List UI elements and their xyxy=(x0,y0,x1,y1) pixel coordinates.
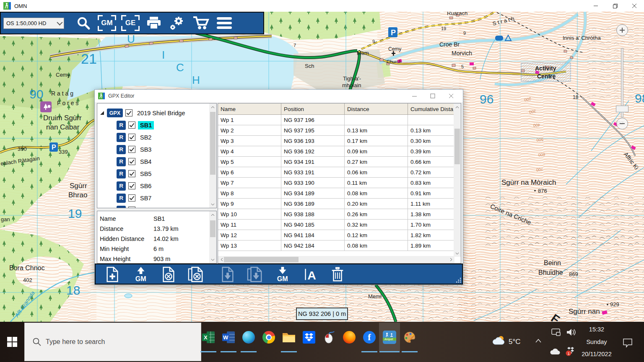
table-row[interactable]: Wp 8NG 934 1890.08 km0.91 km xyxy=(218,188,455,199)
tree-scrollbar[interactable] xyxy=(209,103,216,208)
action-center-icon[interactable] xyxy=(622,338,633,348)
zoom-out-button[interactable] xyxy=(616,118,628,129)
taskbar-app-paint[interactable] xyxy=(400,326,420,349)
checkbox-checked[interactable] xyxy=(125,109,132,116)
dropbox-tray-icon[interactable]: 1 xyxy=(565,346,576,357)
table-row[interactable]: Wp 11NG 940 1850.32 km1.70 km xyxy=(218,220,455,230)
taskbar-app-edge[interactable] xyxy=(239,326,259,349)
taskbar-app-word[interactable]: W xyxy=(218,326,239,349)
tray-clock-time[interactable]: 15:32 xyxy=(579,326,615,333)
ge-export-button[interactable]: GE xyxy=(119,13,142,33)
tree-item-sb6[interactable]: RSB6 xyxy=(100,180,206,192)
dialog-close-button[interactable] xyxy=(442,90,460,102)
print-button[interactable] xyxy=(142,13,166,33)
svg-text:P: P xyxy=(391,28,396,37)
start-button[interactable] xyxy=(0,322,24,362)
save-all-files-button[interactable] xyxy=(247,266,263,282)
taskbar-app-mouse-app[interactable] xyxy=(319,326,339,349)
zoom-in-button[interactable] xyxy=(616,24,628,36)
tree-item-sb7[interactable]: RSB7 xyxy=(100,192,206,204)
dialog-maximize-button[interactable] xyxy=(423,90,442,102)
details-scrollbar[interactable] xyxy=(209,211,216,263)
gpx-dialog-icon xyxy=(98,93,105,99)
column-header[interactable]: Cumulative Dista xyxy=(408,103,455,114)
delete-button[interactable] xyxy=(329,266,346,282)
checkbox-checked[interactable] xyxy=(128,122,135,129)
menu-button[interactable] xyxy=(213,13,236,33)
tree-item-sb2[interactable]: RSB2 xyxy=(100,131,206,143)
close-all-files-button[interactable] xyxy=(187,266,204,282)
upload-gm-button[interactable]: GM xyxy=(132,266,149,282)
dialog-minimize-button[interactable] xyxy=(405,90,423,102)
taskbar-app-chrome[interactable] xyxy=(259,326,279,349)
gpx-dialog-titlebar[interactable]: GPX Editor xyxy=(95,90,463,102)
tray-chevron-up-icon[interactable] xyxy=(535,339,542,343)
gpx-editor-dialog[interactable]: GPX Editor GPX2019 Shiel BridgeRSB1RSB2R… xyxy=(94,89,463,285)
table-row[interactable]: Wp 5NG 934 1910.27 km0.66 km xyxy=(218,157,455,167)
download-gm-button[interactable]: GM xyxy=(274,266,291,282)
close-button[interactable] xyxy=(625,0,644,12)
taskbar-app-firefox[interactable] xyxy=(339,326,359,349)
table-hscrollbar[interactable] xyxy=(218,256,454,263)
resize-grip[interactable] xyxy=(456,278,461,283)
taskbar-app-file-explorer[interactable] xyxy=(279,326,299,349)
taskbar-app-excel[interactable]: X xyxy=(198,326,218,349)
new-file-button[interactable] xyxy=(104,266,121,282)
table-row[interactable]: Wp 1NG 937 196 xyxy=(218,115,455,125)
weather-temp[interactable]: 5°C xyxy=(509,338,521,346)
onedrive-icon[interactable] xyxy=(549,348,560,355)
table-row[interactable]: Wp 2NG 937 1950.13 km0.13 km xyxy=(218,125,455,136)
map-scale-select[interactable]: OS 1:50,000 HD xyxy=(3,18,64,29)
tree-item-sb4[interactable]: RSB4 xyxy=(100,155,206,168)
column-header[interactable]: Name xyxy=(218,103,281,114)
shop-button[interactable] xyxy=(189,13,213,33)
svg-text:GM: GM xyxy=(277,275,288,282)
speaker-icon[interactable] xyxy=(566,328,576,337)
checkbox-checked[interactable] xyxy=(128,182,135,189)
svg-text:X: X xyxy=(204,334,208,341)
tree-expander-icon[interactable] xyxy=(100,111,104,115)
tree-item-sb8[interactable]: RSB8 xyxy=(100,204,206,208)
weather-icon[interactable] xyxy=(492,335,506,346)
restore-button[interactable] xyxy=(605,0,625,12)
svg-text:W: W xyxy=(223,334,229,341)
save-file-button[interactable] xyxy=(219,266,236,282)
table-row[interactable]: Wp 13NG 942 1840.08 km1.89 km xyxy=(218,240,455,251)
table-row[interactable]: Wp 12NG 941 1840.12 km1.82 km xyxy=(218,230,455,240)
gm-import-button[interactable]: GM xyxy=(95,13,119,33)
taskbar-app-dropbox[interactable] xyxy=(299,326,319,349)
checkbox-checked[interactable] xyxy=(128,134,135,141)
taskbar-search-input[interactable]: Type here to search xyxy=(24,323,201,361)
column-header[interactable]: Position xyxy=(281,103,345,114)
table-row[interactable]: Wp 7NG 933 1900.11 km0.83 km xyxy=(218,178,455,188)
checkbox-checked[interactable] xyxy=(128,194,135,202)
checkbox-checked[interactable] xyxy=(128,158,135,165)
tree-item-sb1[interactable]: RSB1 xyxy=(100,119,206,131)
table-row[interactable]: Wp 6NG 933 1910.06 km0.72 km xyxy=(218,167,455,178)
table-row[interactable]: Wp 9NG 936 1890.20 km1.11 km xyxy=(218,199,455,209)
search-button[interactable] xyxy=(72,13,95,33)
table-row[interactable]: Wp 4NG 936 1920.09 km0.39 km xyxy=(218,146,455,157)
printer-icon xyxy=(146,16,161,30)
column-header[interactable]: Distance xyxy=(345,103,408,114)
forest-park-icon xyxy=(40,101,52,112)
minimize-button[interactable] xyxy=(586,0,605,12)
tree-item-sb5[interactable]: RSB5 xyxy=(100,168,206,180)
checkbox-checked[interactable] xyxy=(128,146,135,153)
taskbar-app-facebook[interactable]: f xyxy=(359,326,379,349)
table-row[interactable]: Wp 3NG 936 1930.17 km0.30 km xyxy=(218,136,455,146)
settings-button[interactable] xyxy=(166,13,189,33)
windows-logo-icon xyxy=(7,337,17,347)
checkbox-checked[interactable] xyxy=(128,170,135,177)
tree-root-item[interactable]: GPX2019 Shiel Bridge xyxy=(100,107,206,119)
tree-item-sb3[interactable]: RSB3 xyxy=(100,143,206,155)
taskbar-app-anquet-omn[interactable]: Anquet xyxy=(379,326,400,349)
table-vscrollbar[interactable] xyxy=(454,103,461,257)
tray-clock-date[interactable]: 20/11/2022 xyxy=(579,351,615,357)
rename-button[interactable]: A xyxy=(302,266,319,282)
zoom-slider-thumb[interactable] xyxy=(616,106,628,112)
checkbox-checked[interactable] xyxy=(128,207,135,208)
table-row[interactable]: Wp 10NG 938 1880.26 km1.38 km xyxy=(218,209,455,220)
close-file-button[interactable] xyxy=(160,266,177,282)
cast-icon[interactable] xyxy=(551,328,561,337)
